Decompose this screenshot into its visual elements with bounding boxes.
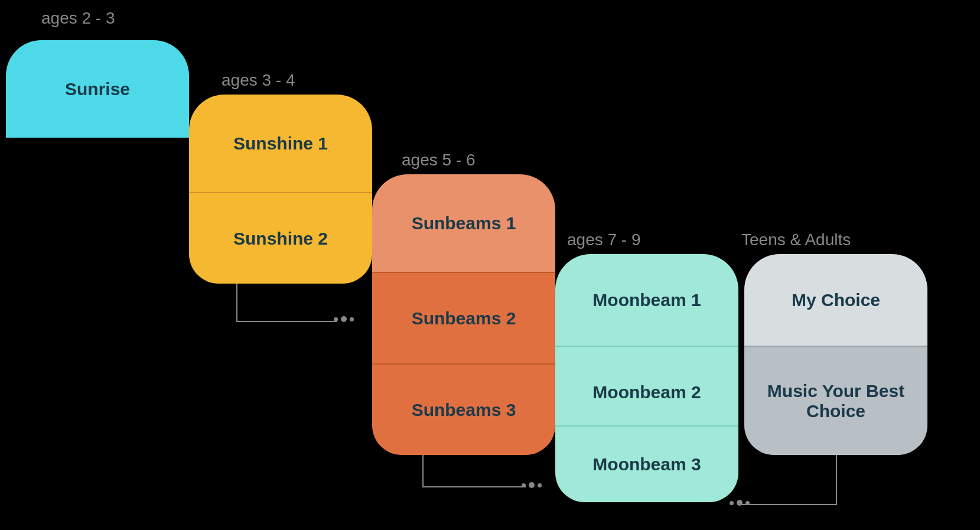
block-musicyourbestchoice-label: Music Your Best Choice <box>744 375 927 427</box>
connector-line-h2 <box>422 486 526 487</box>
block-sunbeams3: Sunbeams 3 <box>372 363 555 455</box>
age-label-2-3: ages 2 - 3 <box>41 9 115 28</box>
block-moonbeam2-label: Moonbeam 2 <box>592 382 701 402</box>
dot3 <box>350 317 354 321</box>
connector3-dots <box>730 500 750 506</box>
block-sunbeams2-label: Sunbeams 2 <box>412 308 516 329</box>
connector-line-v1 <box>236 284 237 322</box>
dot6 <box>538 483 542 487</box>
block-sunshine1: Sunshine 1 <box>189 95 372 192</box>
block-moonbeam2: Moonbeam 2 <box>555 346 738 437</box>
block-moonbeam1-label: Moonbeam 1 <box>592 290 701 310</box>
dot4 <box>522 483 526 487</box>
age-label-7-9: ages 7 - 9 <box>567 230 641 249</box>
connector1-dots <box>334 316 354 322</box>
block-sunbeams1-label: Sunbeams 1 <box>412 213 516 233</box>
block-sunrise: Sunrise <box>6 40 189 138</box>
dot2 <box>341 316 347 322</box>
connector-line-v2 <box>422 455 424 487</box>
connector-line-h3 <box>740 504 837 505</box>
block-sunshine1-label: Sunshine 1 <box>233 134 328 154</box>
block-mychoice: My Choice <box>744 254 927 346</box>
connector-line-v3 <box>836 455 837 505</box>
block-sunshine2-label: Sunshine 2 <box>233 229 328 249</box>
block-moonbeam1: Moonbeam 1 <box>555 254 738 346</box>
block-sunbeams2: Sunbeams 2 <box>372 272 555 363</box>
dot8 <box>737 500 743 506</box>
block-sunrise-label: Sunrise <box>65 79 130 99</box>
age-label-5-6: ages 5 - 6 <box>402 151 476 170</box>
age-label-teens-adults: Teens & Adults <box>741 230 851 249</box>
block-sunshine2: Sunshine 2 <box>189 192 372 284</box>
age-label-3-4: ages 3 - 4 <box>222 71 295 90</box>
dot7 <box>730 501 734 505</box>
block-mychoice-label: My Choice <box>792 290 880 310</box>
block-moonbeam3-label: Moonbeam 3 <box>592 454 701 474</box>
block-musicyourbestchoice: Music Your Best Choice <box>744 346 927 455</box>
block-moonbeam3: Moonbeam 3 <box>555 425 738 502</box>
dot5 <box>529 482 535 488</box>
dot1 <box>334 317 338 321</box>
connector2-dots <box>522 482 542 488</box>
block-sunbeams1: Sunbeams 1 <box>372 174 555 272</box>
block-sunbeams3-label: Sunbeams 3 <box>412 400 516 420</box>
dot9 <box>745 501 750 505</box>
connector-line-h1 <box>236 321 337 322</box>
diagram: ages 2 - 3 ages 3 - 4 ages 5 - 6 ages 7 … <box>0 0 980 530</box>
